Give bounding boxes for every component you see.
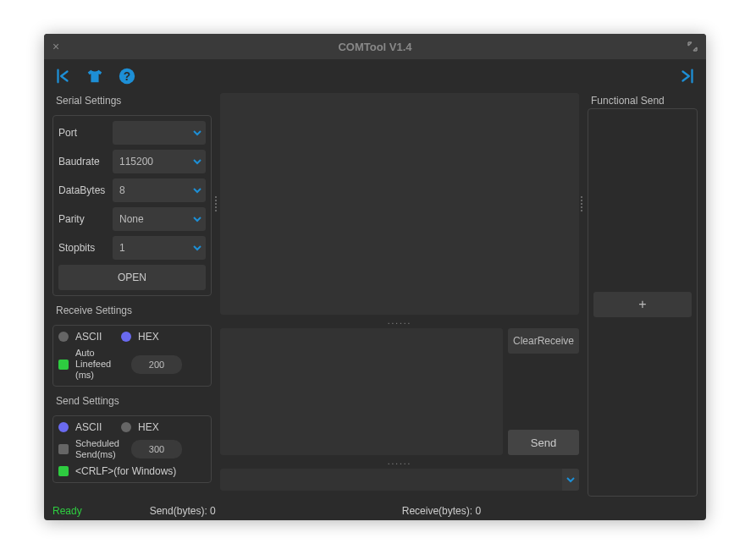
receive-ascii-label: ASCII (75, 331, 114, 343)
receive-textarea[interactable] (220, 93, 579, 315)
middle-column: ...... ClearReceive Send ...... (220, 93, 579, 497)
auto-linefeed-checkbox[interactable] (58, 360, 69, 370)
receive-settings-title: Receive Settings (52, 303, 212, 318)
right-column: Functional Send + (588, 93, 698, 497)
chevron-down-icon (189, 207, 206, 231)
crlf-checkbox[interactable] (58, 466, 69, 476)
auto-linefeed-label: Auto Linefeed (ms) (75, 348, 124, 381)
send-settings-panel: ASCII HEX Scheduled Send(ms) 300 <CRLF>(… (52, 415, 212, 483)
splitter-horizontal[interactable]: ...... (220, 318, 579, 325)
auto-linefeed-input[interactable]: 200 (131, 355, 182, 374)
status-ready: Ready (52, 505, 82, 517)
databytes-label: DataBytes (58, 184, 108, 196)
send-button[interactable]: Send (508, 430, 579, 455)
crlf-label: <CRLF>(for Windows) (75, 465, 176, 477)
help-icon[interactable]: ? (117, 66, 137, 86)
parity-label: Parity (58, 213, 108, 225)
expand-icon[interactable] (687, 41, 698, 52)
functional-send-panel: + (588, 108, 698, 497)
receive-ascii-radio[interactable] (58, 332, 69, 342)
chevron-down-icon (189, 236, 206, 260)
port-label: Port (58, 127, 108, 139)
chevron-down-icon (562, 469, 579, 491)
parity-select[interactable]: None (113, 207, 206, 231)
clear-receive-button[interactable]: ClearReceive (508, 328, 579, 354)
add-functional-button[interactable]: + (593, 292, 692, 317)
stopbits-label: Stopbits (58, 242, 108, 254)
splitter-left[interactable] (215, 195, 218, 212)
window-title: COMTool V1.4 (338, 41, 411, 53)
port-select[interactable] (113, 121, 206, 145)
receive-hex-radio[interactable] (121, 332, 131, 342)
serial-settings-title: Serial Settings (52, 93, 212, 108)
status-send-bytes: Send(bytes): 0 (150, 505, 216, 517)
send-textarea[interactable] (220, 328, 503, 455)
toolbar: ? (44, 59, 706, 93)
statusbar: Ready Send(bytes): 0 Receive(bytes): 0 (44, 502, 706, 520)
baudrate-select[interactable]: 115200 (113, 150, 206, 173)
databytes-select[interactable]: 8 (113, 178, 206, 202)
receive-hex-label: HEX (138, 331, 159, 343)
send-hex-radio[interactable] (121, 422, 131, 432)
send-settings-title: Send Settings (52, 393, 212, 409)
content: Serial Settings Port Baudrate 115200 (44, 93, 706, 502)
send-ascii-radio[interactable] (58, 422, 69, 432)
functional-send-title: Functional Send (588, 93, 698, 108)
send-hex-label: HEX (138, 421, 159, 433)
baudrate-label: Baudrate (58, 156, 108, 167)
status-receive-bytes: Receive(bytes): 0 (402, 505, 481, 517)
send-ascii-label: ASCII (75, 421, 114, 433)
collapse-left-icon[interactable] (52, 66, 73, 86)
chevron-down-icon (189, 121, 206, 145)
chevron-down-icon (189, 178, 206, 202)
receive-settings-panel: ASCII HEX Auto Linefeed (ms) 200 (52, 325, 212, 387)
splitter-right[interactable] (581, 195, 584, 212)
close-icon[interactable]: × (52, 40, 59, 53)
chevron-down-icon (189, 150, 206, 173)
scheduled-send-input[interactable]: 300 (131, 440, 182, 458)
app-window: × COMTool V1.4 ? Serial Settings Port (44, 34, 706, 520)
left-column: Serial Settings Port Baudrate 115200 (52, 93, 212, 497)
scheduled-send-label: Scheduled Send(ms) (75, 438, 124, 460)
splitter-horizontal-2[interactable]: ...... (220, 458, 579, 465)
titlebar: × COMTool V1.4 (44, 34, 706, 59)
tshirt-icon[interactable] (85, 66, 105, 86)
skip-right-icon[interactable] (677, 66, 698, 86)
open-button[interactable]: OPEN (58, 265, 206, 290)
send-history-select[interactable] (220, 469, 579, 491)
serial-settings-panel: Port Baudrate 115200 DataBytes (52, 115, 212, 296)
scheduled-send-checkbox[interactable] (58, 444, 69, 454)
svg-text:?: ? (124, 70, 130, 83)
stopbits-select[interactable]: 1 (113, 236, 206, 260)
